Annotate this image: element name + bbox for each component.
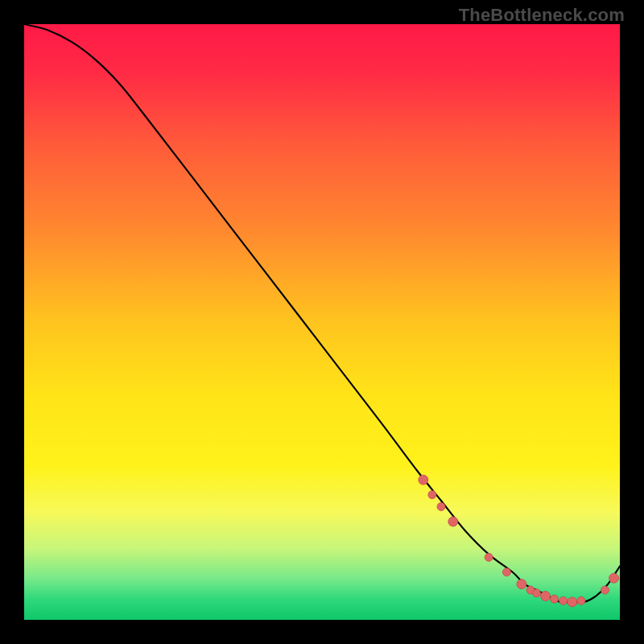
curve-marker	[609, 573, 619, 583]
plot-area	[24, 24, 620, 620]
plot-svg	[24, 24, 620, 620]
curve-marker	[601, 586, 609, 594]
curve-marker	[559, 597, 568, 605]
curve-marker	[568, 597, 577, 607]
curve-marker	[517, 580, 526, 589]
curve-marker	[437, 502, 445, 510]
gradient-background	[24, 24, 620, 620]
watermark-text: TheBottleneck.com	[459, 5, 625, 26]
curve-marker	[419, 475, 428, 485]
curve-marker	[428, 491, 436, 499]
curve-marker	[577, 597, 585, 605]
curve-marker	[541, 591, 551, 601]
curve-marker	[532, 589, 540, 597]
chart-stage: TheBottleneck.com	[0, 0, 644, 644]
curve-marker	[448, 517, 458, 526]
curve-marker	[485, 553, 493, 561]
curve-marker	[551, 595, 559, 603]
curve-marker	[502, 568, 510, 576]
